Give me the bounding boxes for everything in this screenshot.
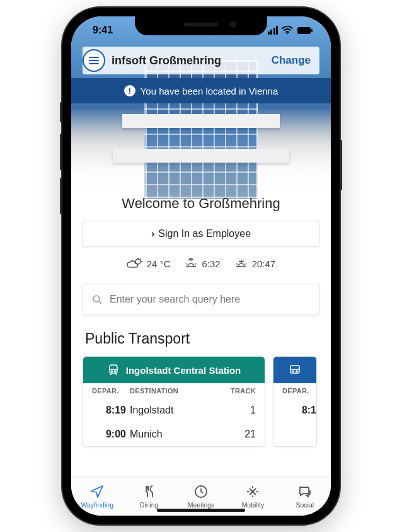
station-card-partial[interactable]: DEPAR. 8:1: [273, 356, 317, 447]
info-icon: !: [124, 85, 135, 96]
sunset-group: 20:47: [234, 257, 276, 270]
chat-icon: [297, 484, 313, 499]
hero-background: 9:41 infsoft Großmehring Change !: [71, 16, 331, 199]
welcome-heading: Welcome to Großmehring: [83, 195, 319, 212]
status-time: 9:41: [93, 25, 113, 36]
station-header: Ingolstadt Central Station: [83, 357, 265, 383]
bus-icon: [289, 364, 301, 376]
station-header: [273, 357, 316, 383]
svg-rect-1: [297, 27, 311, 34]
svg-point-4: [93, 296, 100, 302]
sunrise-icon: [184, 257, 198, 270]
title-bar: infsoft Großmehring Change: [83, 47, 319, 74]
cloud-sun-icon: [127, 257, 143, 270]
screen: 9:41 infsoft Großmehring Change !: [71, 16, 331, 516]
weather-row: 24 °C 6:32 20:47: [83, 257, 319, 270]
transport-heading: Public Transport: [85, 330, 319, 347]
notch: [135, 16, 267, 35]
transport-cards[interactable]: Ingolstadt Central Station DEPAR. DESTIN…: [83, 356, 319, 447]
wifi-icon: [282, 26, 293, 35]
menu-button[interactable]: [83, 49, 105, 72]
clock-icon: [193, 484, 209, 499]
tab-wayfinding[interactable]: Wayfinding: [71, 477, 123, 516]
location-banner: ! You have been located in Vienna: [71, 78, 331, 103]
weather-temp: 24 °C: [127, 257, 171, 270]
svg-rect-2: [311, 29, 313, 32]
signin-button[interactable]: › Sign In as Employee: [83, 221, 319, 247]
home-indicator[interactable]: [157, 509, 245, 512]
table-header: DEPAR. DESTINATION TRACK: [83, 383, 265, 398]
navigation-icon: [89, 484, 105, 499]
cellular-icon: [268, 26, 279, 35]
table-header: DEPAR.: [273, 383, 316, 398]
table-row[interactable]: 8:1: [273, 398, 316, 422]
svg-point-0: [287, 33, 289, 35]
tab-social[interactable]: Social: [279, 477, 331, 516]
svg-point-6: [111, 371, 112, 372]
sunrise-group: 6:32: [184, 257, 220, 270]
chevron-right-icon: ›: [151, 228, 154, 240]
dining-icon: [142, 484, 157, 499]
svg-point-9: [292, 371, 294, 372]
station-card[interactable]: Ingolstadt Central Station DEPAR. DESTIN…: [83, 356, 265, 447]
battery-icon: [297, 26, 313, 35]
change-location-link[interactable]: Change: [272, 54, 319, 67]
search-icon: [92, 294, 102, 304]
banner-text: You have been located in Vienna: [141, 86, 279, 96]
table-row[interactable]: 9:00 Munich 21: [83, 422, 265, 446]
main-content: Welcome to Großmehring › Sign In as Empl…: [71, 174, 331, 477]
search-placeholder: Enter your search query here: [110, 294, 240, 305]
svg-point-7: [114, 371, 115, 372]
svg-point-10: [296, 371, 297, 372]
table-row[interactable]: 8:19 Ingolstadt 1: [83, 398, 265, 422]
signin-label: Sign In as Employee: [158, 228, 251, 240]
sunset-icon: [234, 257, 248, 270]
train-icon: [107, 364, 120, 376]
phone-frame: 9:41 infsoft Großmehring Change !: [62, 8, 340, 524]
mobility-icon: [245, 484, 260, 499]
app-title: infsoft Großmehring: [112, 54, 272, 67]
search-input[interactable]: Enter your search query here: [83, 284, 319, 315]
